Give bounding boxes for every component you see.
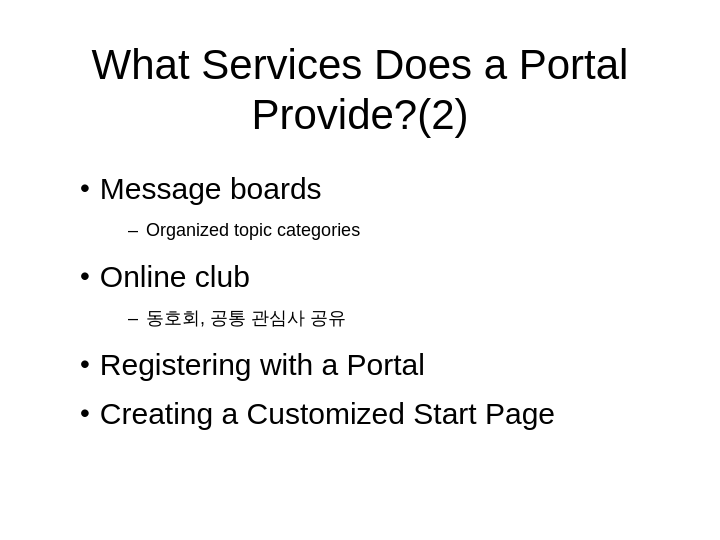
slide-title: What Services Does a Portal Provide?(2) [60,40,660,141]
slide: What Services Does a Portal Provide?(2) … [0,0,720,540]
bullet-dot-2: • [80,259,90,293]
content-area: • Message boards – Organized topic categ… [60,169,660,437]
bullet-text-message-boards: Message boards [100,169,322,208]
bullet-message-boards: • Message boards [80,169,660,208]
sub-text-organized: Organized topic categories [146,218,360,243]
sub-dash-2: – [128,306,138,331]
sub-korean: – 동호회, 공통 관심사 공유 [80,306,660,331]
bullet-online-club: • Online club [80,257,660,296]
bullet-registering: • Registering with a Portal [80,345,660,384]
title-line2: Provide?(2) [251,91,468,138]
title-line1: What Services Does a Portal [92,41,629,88]
bullet-dot-1: • [80,171,90,205]
sub-text-korean: 동호회, 공통 관심사 공유 [146,306,346,331]
bullet-creating: • Creating a Customized Start Page [80,394,660,433]
bullet-text-online-club: Online club [100,257,250,296]
sub-dash-1: – [128,218,138,243]
bullet-dot-3: • [80,347,90,381]
bullet-text-registering: Registering with a Portal [100,345,425,384]
sub-organized-topic: – Organized topic categories [80,218,660,243]
bullet-text-creating: Creating a Customized Start Page [100,394,555,433]
bullet-dot-4: • [80,396,90,430]
